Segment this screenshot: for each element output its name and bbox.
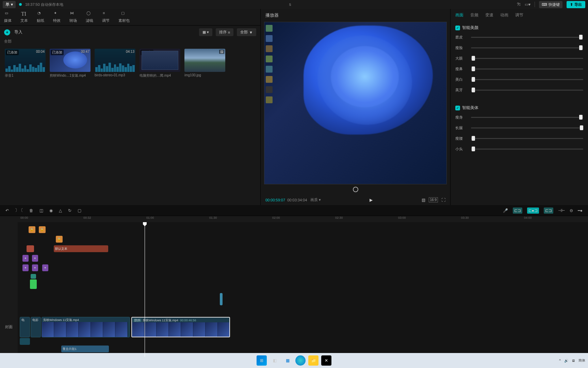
import-button[interactable]: + [4,29,10,35]
cover-button[interactable]: 封面 [0,324,18,329]
clip-marker[interactable]: 🔒 [56,236,63,243]
reverse-icon[interactable]: ◉ [49,208,53,213]
slider-track[interactable] [471,127,583,128]
prop-tab-anim[interactable]: 动画 [500,12,508,18]
tool-tab-text[interactable]: TI文本 [20,11,28,23]
clip-fx[interactable]: ✦ [32,264,38,271]
clip-video-small[interactable]: 电 [20,317,30,337]
layout-icon[interactable]: ▭▾ [525,2,530,7]
tray-volume-icon[interactable]: 🔊 [564,359,568,363]
magnet-icon[interactable]: ⊏⊐ [513,208,522,214]
preview-icon[interactable]: ⊏⊐ [544,208,553,214]
beauty-face-check[interactable]: ✓ [455,26,460,30]
clip-marker[interactable]: 🔒 [39,226,46,233]
slider-thumb[interactable] [472,56,475,61]
link-icon[interactable]: ⊏●⊐ [527,208,539,214]
import-label[interactable]: 导入 [14,29,22,35]
clip-video-selected[interactable]: 防抖剪映Windows 11安装.mp4 00:00:46:56 [131,317,230,337]
clip-fx[interactable]: ✦ [22,255,29,262]
clip-fx[interactable]: ✦ [22,264,29,271]
clip-video-main[interactable]: 剪映Windows 11安装.mp4 [42,317,130,337]
media-item[interactable]: 已添加00:47 剪映Windo…1安装.mp4 [50,49,91,78]
slider-track[interactable] [471,79,583,80]
sort-button[interactable]: 排序 ≡ [216,28,233,36]
slider-track[interactable] [471,68,583,70]
tool-tab-media[interactable]: ▭媒体 [4,11,12,23]
slider-thumb[interactable] [472,136,475,141]
fullscreen-icon[interactable]: ⛶ [441,198,445,202]
tray-chevron-icon[interactable]: ^ [559,359,561,363]
clip-color[interactable] [27,245,34,252]
start-button[interactable]: ⊞ [257,355,267,366]
zoom-out-icon[interactable]: ⊖ [570,208,573,213]
slider-thumb[interactable] [472,147,475,151]
delete-icon[interactable]: 🗑 [29,208,33,213]
clip-text[interactable]: 默认文本 [54,245,108,252]
preview-canvas[interactable] [264,22,447,184]
timeline-ruler[interactable]: 00:00 00:32 01:00 01:30 02:00 02:30 03:0… [0,216,588,222]
media-item[interactable]: 🖼 img100.jpg [184,49,225,78]
tool-tab-sticker[interactable]: ◔贴纸 [37,11,44,23]
slider-thumb[interactable] [579,45,583,50]
slider-thumb[interactable] [580,125,583,130]
frame-icon[interactable]: ◫ [39,208,43,213]
tool-tab-trans[interactable]: ⋈转场 [69,11,77,23]
prop-tab-speed[interactable]: 变速 [485,12,493,18]
ratio-button[interactable]: 16:9 [429,197,438,202]
edge-icon[interactable] [295,355,306,366]
explorer-icon[interactable]: 📁 [308,355,318,366]
help-icon[interactable]: ?⃝ [517,2,521,7]
slider-thumb[interactable] [472,77,475,82]
slider-track[interactable] [471,37,583,38]
prop-tab-picture[interactable]: 画面 [455,12,463,18]
slider-thumb[interactable] [472,66,475,71]
undo-icon[interactable]: ↶ [5,208,9,213]
clip-video-small[interactable]: 电影 [31,317,41,337]
ime-label[interactable]: 简体 [578,358,585,363]
clip-fx[interactable]: ✦ [32,255,38,262]
widgets-icon[interactable]: ▦ [282,355,293,366]
clip-green[interactable] [30,279,37,289]
crop-icon[interactable]: ▢ [78,208,81,213]
slider-thumb[interactable] [472,88,475,92]
mic-icon[interactable]: 🎤 [503,208,508,213]
mirror-icon[interactable]: △ [59,208,62,213]
tool-tab-fx[interactable]: ✦特效 [53,11,61,23]
filter-all-button[interactable]: 全部 ▼ [237,28,256,36]
tray-network-icon[interactable]: 🖥 [572,359,575,363]
prop-tab-adjust[interactable]: 调节 [515,12,523,18]
snapshot-icon[interactable]: ▧ [422,198,425,202]
clip-trans[interactable] [31,274,36,279]
clip-small[interactable] [220,293,223,305]
media-item[interactable]: 04:13 birds-stereo-01.mp3 [95,49,135,78]
rotate-handle[interactable] [353,187,358,192]
category-all[interactable]: 全部 [0,39,260,46]
media-item[interactable]: 已添加00:04 录音1 [5,49,46,78]
slider-track[interactable] [471,117,583,118]
beauty-body-check[interactable]: ✓ [455,106,460,110]
playhead[interactable] [145,222,145,357]
quality-select[interactable]: 画质 ▾ [310,197,321,202]
task-view-icon[interactable]: ◧ [270,355,280,366]
slider-track[interactable] [471,90,583,91]
clip-fx[interactable]: ✦ [42,264,48,271]
view-mode-button[interactable]: ▦ ▾ [199,28,212,36]
slider-track[interactable] [471,58,583,59]
align-icon[interactable]: ⊣⊢ [558,208,565,213]
export-button[interactable]: ⬆ 导出 [567,1,585,8]
clip-compound[interactable]: 复合片段1 [61,346,109,352]
app-icon[interactable]: ✕ [321,355,331,366]
rotate-icon[interactable]: ↻ [68,208,71,213]
tool-tab-filter[interactable]: ◯滤镜 [86,11,93,23]
play-button[interactable]: ▶ [370,198,373,202]
tool-tab-pack[interactable]: ▢素材包 [118,11,130,23]
shortcut-button[interactable]: ⌨ 快捷键 [539,1,562,8]
menu-button[interactable]: 单 ▾ [3,1,16,8]
tool-tab-adjust[interactable]: ≡调节 [102,11,110,23]
slider-track[interactable] [471,149,583,150]
clip-marker[interactable]: 🔒 [29,226,35,233]
prop-tab-audio[interactable]: 音频 [470,12,478,18]
slider-thumb[interactable] [579,115,583,120]
media-item[interactable]: 已添加 电脑剪映的…闻.mp4 [140,49,180,78]
zoom-slider[interactable]: ━● [578,208,583,213]
